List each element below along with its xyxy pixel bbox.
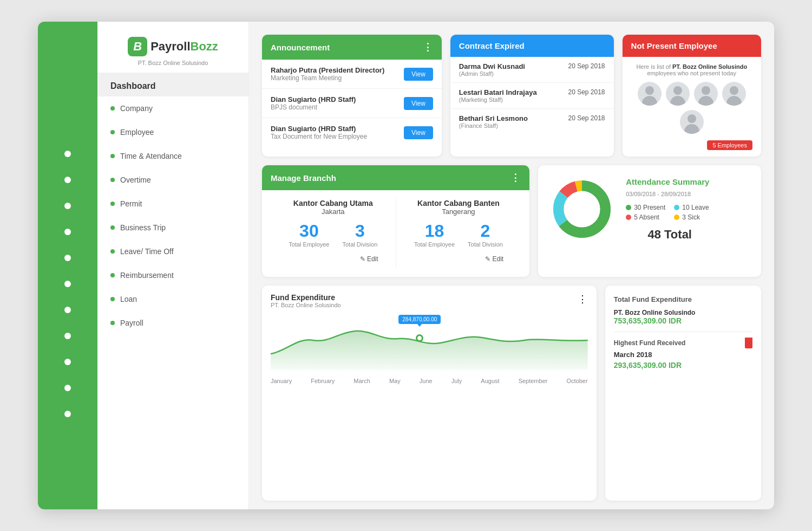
nav-dot-overtime [110,178,115,182]
month-oct: October [567,378,588,384]
not-present-title: Not Present Employee [631,41,717,50]
announcement-title: Announcement [271,43,330,52]
ann-name-1: Raharjo Putra (President Director) [271,66,384,74]
branch-city-2: Tangerang [442,208,475,216]
legend-sick: 3 Sick [674,213,713,221]
sidebar-dot-1[interactable] [64,151,71,157]
avatar-grid [631,82,752,134]
view-btn-1[interactable]: View [404,68,433,81]
tf-amount: 753,635,309.00 IDR [614,316,752,325]
view-btn-2[interactable]: View [404,97,433,110]
not-present-card: Not Present Employee Here is list of PT.… [623,35,761,157]
att-title: Attendance Summary [626,177,713,186]
legend-leave-label: 10 Leave [682,204,709,211]
nav-section-dashboard: Dashboard [97,73,248,96]
sidebar-item-loan[interactable]: Loan [97,287,248,311]
branch-city-1: Jakarta [322,208,345,216]
branch-menu[interactable]: ⋮ [510,172,521,184]
contract-card: Contract Expired Darma Dwi Kusnadi (Admi… [450,35,614,157]
sidebar-dot-2[interactable] [64,177,71,183]
donut-chart [547,174,617,244]
contract-header: Contract Expired [450,35,614,57]
ann-desc-1: Marketing Team Meeting [271,74,384,82]
nav-label-leave: Leave/ Time Off [120,247,174,256]
left-nav: B PayrollBozz PT. Bozz Online Solusindo … [97,22,249,509]
sidebar-dot-6[interactable] [64,281,71,287]
sidebar-dot-9[interactable] [64,359,71,365]
nav-dot-permit [110,202,115,206]
sidebar-dot-8[interactable] [64,333,71,339]
main-content: Announcement ⋮ Raharjo Putra (President … [249,22,774,509]
announcement-header: Announcement ⋮ [262,35,442,60]
sidebar-item-company[interactable]: Company [97,96,248,120]
branch-stat-employee-1: 30 Total Employee [289,221,329,248]
not-present-body: Here is list of PT. Bozz Online Solusind… [623,57,761,157]
sidebar-dots [38,141,97,427]
month-mar: March [353,378,370,384]
contract-date-2: 20 Sep 2018 [568,88,605,96]
sidebar-dot-7[interactable] [64,307,71,313]
tf-month: March 2018 [614,351,752,359]
branch-item-2: Kantor Cabang Banten Tangerang 18 Total … [396,199,521,268]
nav-dot-reimbursement [110,273,115,277]
sidebar-item-reimbursement[interactable]: Reimbursement [97,263,248,287]
sidebar-strip [38,22,97,509]
middle-row: Manage Branchh ⋮ Kantor Cabang Utama Jak… [262,165,761,277]
ann-desc-3: Tax Document for New Employee [271,133,367,140]
ann-desc-2: BPJS document [271,103,356,111]
sidebar-item-employee[interactable]: Employee [97,120,248,144]
contract-date-3: 20 Sep 2018 [568,114,605,122]
sidebar-item-business-trip[interactable]: Business Trip [97,216,248,239]
tf-highest-label: Highest Fund Received [614,338,752,348]
branch-card: Manage Branchh ⋮ Kantor Cabang Utama Jak… [262,165,529,277]
total-fund-body: Total Fund Expenditure PT. Bozz Online S… [605,286,761,379]
sidebar-dot-4[interactable] [64,229,71,235]
att-total: 48 Total [626,228,713,242]
contract-name-1: Darma Dwi Kusnadi [459,62,525,70]
edit-branch-1[interactable]: ✎ Edit [360,255,378,263]
branch-stat-division-1: 3 Total Division [343,221,378,248]
flag-icon [745,338,752,348]
sidebar-dot-10[interactable] [64,385,71,391]
fund-menu[interactable]: ⋮ [578,293,588,305]
contract-date-1: 20 Sep 2018 [568,62,605,70]
announcement-item-2: Dian Sugiarto (HRD Staff) BPJS document … [262,89,442,118]
sidebar-item-payroll[interactable]: Payroll [97,311,248,335]
announcement-menu[interactable]: ⋮ [423,41,433,53]
not-present-desc: Here is list of PT. Bozz Online Solusind… [636,63,747,76]
sidebar-dot-3[interactable] [64,203,71,209]
edit-branch-2[interactable]: ✎ Edit [485,255,503,263]
contract-name-2: Lestari Batari Indrajaya [459,88,537,96]
sidebar-dot-11[interactable] [64,411,71,417]
sidebar-dot-5[interactable] [64,255,71,261]
legend-leave: 10 Leave [674,204,713,211]
chart-tooltip: 284,870,00.00 [398,315,441,324]
nav-dot-business-trip [110,225,115,230]
contract-item-2: Lestari Batari Indrajaya (Marketing Staf… [450,83,614,109]
nav-dot-company [110,106,115,111]
ann-name-2: Dian Sugiarto (HRD Staff) [271,95,356,103]
sidebar-item-permit[interactable]: Permit [97,192,248,216]
nav-label-company: Company [120,104,153,113]
branch-body: Kantor Cabang Utama Jakarta 30 Total Emp… [262,190,529,277]
contract-item-1: Darma Dwi Kusnadi (Admin Staff) 20 Sep 2… [450,57,614,83]
month-may: May [389,378,401,384]
nav-label-payroll: Payroll [120,319,143,327]
month-jul: July [451,378,462,384]
nav-dot-payroll [110,321,115,325]
contract-item-3: Bethari Sri Lesmono (Finance Staff) 20 S… [450,109,614,134]
fund-card: Fund Expenditure PT. Bozz Online Solusin… [262,286,597,501]
avatar-1 [638,82,662,106]
fund-chart-area: 284,870,00.00 January February March May… [262,310,597,388]
branch-name-2: Kantor Cabang Banten [417,199,500,208]
nav-label-reimbursement: Reimbursement [120,271,174,280]
sidebar-item-time[interactable]: Time & Atendance [97,144,248,168]
svg-point-4 [567,194,597,224]
view-btn-3[interactable]: View [404,126,433,139]
attendance-body: Attendance Summary 03/09/2018 - 28/09/20… [538,165,761,253]
sidebar-item-leave[interactable]: Leave/ Time Off [97,239,248,263]
month-aug: August [481,378,499,384]
nav-dot-time [110,154,115,158]
sidebar-item-overtime[interactable]: Overtime [97,168,248,192]
nav-dot-loan [110,297,115,301]
